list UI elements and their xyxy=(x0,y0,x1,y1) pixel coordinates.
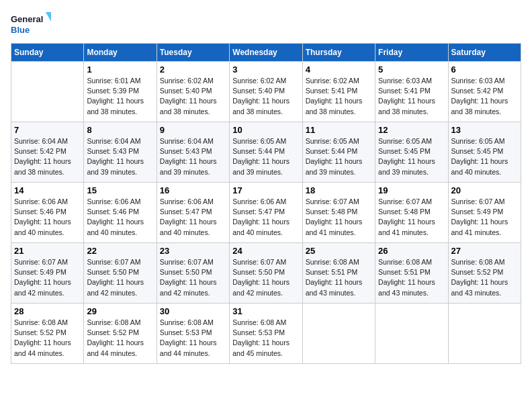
page-header: General Blue xyxy=(11,11,521,38)
calendar-cell: 24Sunrise: 6:07 AMSunset: 5:50 PMDayligh… xyxy=(230,243,302,304)
day-info: Sunrise: 6:08 AMSunset: 5:52 PMDaylight:… xyxy=(451,257,518,298)
day-number: 9 xyxy=(160,125,226,135)
day-number: 26 xyxy=(378,246,445,256)
calendar-cell: 17Sunrise: 6:06 AMSunset: 5:47 PMDayligh… xyxy=(230,183,302,243)
day-number: 13 xyxy=(451,125,518,135)
day-info: Sunrise: 6:06 AMSunset: 5:46 PMDaylight:… xyxy=(14,197,81,238)
day-info: Sunrise: 6:02 AMSunset: 5:40 PMDaylight:… xyxy=(232,76,299,117)
day-info: Sunrise: 6:07 AMSunset: 5:49 PMDaylight:… xyxy=(451,197,518,238)
calendar-cell: 26Sunrise: 6:08 AMSunset: 5:51 PMDayligh… xyxy=(375,243,448,304)
calendar-cell: 12Sunrise: 6:05 AMSunset: 5:45 PMDayligh… xyxy=(375,122,448,183)
calendar-cell: 1Sunrise: 6:01 AMSunset: 5:39 PMDaylight… xyxy=(84,62,157,122)
calendar-cell: 6Sunrise: 6:03 AMSunset: 5:42 PMDaylight… xyxy=(448,62,521,122)
logo: General Blue xyxy=(11,11,51,38)
svg-marker-2 xyxy=(46,12,51,21)
calendar-cell: 19Sunrise: 6:07 AMSunset: 5:48 PMDayligh… xyxy=(375,183,448,243)
header-tuesday: Tuesday xyxy=(157,44,229,62)
day-info: Sunrise: 6:06 AMSunset: 5:46 PMDaylight:… xyxy=(87,197,153,238)
calendar-table: SundayMondayTuesdayWednesdayThursdayFrid… xyxy=(11,43,521,364)
day-number: 11 xyxy=(306,125,372,135)
calendar-cell: 28Sunrise: 6:08 AMSunset: 5:52 PMDayligh… xyxy=(11,304,84,364)
day-info: Sunrise: 6:02 AMSunset: 5:40 PMDaylight:… xyxy=(160,76,226,117)
day-number: 21 xyxy=(14,246,81,256)
day-number: 20 xyxy=(451,185,518,195)
day-number: 2 xyxy=(160,64,226,75)
calendar-cell: 23Sunrise: 6:07 AMSunset: 5:50 PMDayligh… xyxy=(157,243,229,304)
day-number: 5 xyxy=(378,64,445,75)
day-info: Sunrise: 6:03 AMSunset: 5:41 PMDaylight:… xyxy=(378,76,445,117)
day-info: Sunrise: 6:05 AMSunset: 5:45 PMDaylight:… xyxy=(378,136,445,177)
header-monday: Monday xyxy=(84,44,157,62)
day-number: 4 xyxy=(306,64,372,75)
calendar-cell: 27Sunrise: 6:08 AMSunset: 5:52 PMDayligh… xyxy=(448,243,521,304)
day-number: 15 xyxy=(87,185,153,195)
svg-text:Blue: Blue xyxy=(11,25,30,35)
calendar-cell: 21Sunrise: 6:07 AMSunset: 5:49 PMDayligh… xyxy=(11,243,84,304)
calendar-cell: 15Sunrise: 6:06 AMSunset: 5:46 PMDayligh… xyxy=(84,183,157,243)
header-friday: Friday xyxy=(375,44,448,62)
calendar-week-2: 7Sunrise: 6:04 AMSunset: 5:42 PMDaylight… xyxy=(11,122,521,183)
day-info: Sunrise: 6:08 AMSunset: 5:52 PMDaylight:… xyxy=(14,318,81,359)
header-saturday: Saturday xyxy=(448,44,521,62)
day-info: Sunrise: 6:07 AMSunset: 5:49 PMDaylight:… xyxy=(14,257,81,298)
day-number: 30 xyxy=(160,306,226,316)
day-info: Sunrise: 6:07 AMSunset: 5:50 PMDaylight:… xyxy=(160,257,226,298)
calendar-week-1: 1Sunrise: 6:01 AMSunset: 5:39 PMDaylight… xyxy=(11,62,521,122)
day-number: 8 xyxy=(87,125,153,135)
day-number: 14 xyxy=(14,185,81,195)
day-info: Sunrise: 6:02 AMSunset: 5:41 PMDaylight:… xyxy=(306,76,372,117)
day-info: Sunrise: 6:06 AMSunset: 5:47 PMDaylight:… xyxy=(232,197,299,238)
calendar-cell: 16Sunrise: 6:06 AMSunset: 5:47 PMDayligh… xyxy=(157,183,229,243)
day-info: Sunrise: 6:05 AMSunset: 5:44 PMDaylight:… xyxy=(306,136,372,177)
calendar-cell: 30Sunrise: 6:08 AMSunset: 5:53 PMDayligh… xyxy=(157,304,229,364)
calendar-cell: 2Sunrise: 6:02 AMSunset: 5:40 PMDaylight… xyxy=(157,62,229,122)
day-number: 1 xyxy=(87,64,153,75)
day-number: 6 xyxy=(451,64,518,75)
calendar-cell: 20Sunrise: 6:07 AMSunset: 5:49 PMDayligh… xyxy=(448,183,521,243)
header-thursday: Thursday xyxy=(302,44,375,62)
day-number: 28 xyxy=(14,306,81,316)
calendar-cell: 29Sunrise: 6:08 AMSunset: 5:52 PMDayligh… xyxy=(84,304,157,364)
day-number: 3 xyxy=(232,64,299,75)
day-info: Sunrise: 6:07 AMSunset: 5:48 PMDaylight:… xyxy=(378,197,445,238)
calendar-cell xyxy=(375,304,448,364)
calendar-cell xyxy=(448,304,521,364)
day-info: Sunrise: 6:03 AMSunset: 5:42 PMDaylight:… xyxy=(451,76,518,117)
day-number: 12 xyxy=(378,125,445,135)
day-info: Sunrise: 6:05 AMSunset: 5:44 PMDaylight:… xyxy=(232,136,299,177)
logo-svg: General Blue xyxy=(11,11,51,38)
calendar-cell: 11Sunrise: 6:05 AMSunset: 5:44 PMDayligh… xyxy=(302,122,375,183)
day-number: 24 xyxy=(232,246,299,256)
day-info: Sunrise: 6:07 AMSunset: 5:50 PMDaylight:… xyxy=(232,257,299,298)
day-number: 7 xyxy=(14,125,81,135)
calendar-cell: 8Sunrise: 6:04 AMSunset: 5:43 PMDaylight… xyxy=(84,122,157,183)
calendar-cell: 10Sunrise: 6:05 AMSunset: 5:44 PMDayligh… xyxy=(230,122,302,183)
calendar-cell: 14Sunrise: 6:06 AMSunset: 5:46 PMDayligh… xyxy=(11,183,84,243)
day-number: 23 xyxy=(160,246,226,256)
day-number: 17 xyxy=(232,185,299,195)
day-info: Sunrise: 6:08 AMSunset: 5:53 PMDaylight:… xyxy=(160,318,226,359)
day-info: Sunrise: 6:04 AMSunset: 5:42 PMDaylight:… xyxy=(14,136,81,177)
calendar-cell xyxy=(302,304,375,364)
day-info: Sunrise: 6:08 AMSunset: 5:51 PMDaylight:… xyxy=(306,257,372,298)
day-number: 19 xyxy=(378,185,445,195)
calendar-cell: 31Sunrise: 6:08 AMSunset: 5:53 PMDayligh… xyxy=(230,304,302,364)
calendar-cell: 3Sunrise: 6:02 AMSunset: 5:40 PMDaylight… xyxy=(230,62,302,122)
day-info: Sunrise: 6:08 AMSunset: 5:52 PMDaylight:… xyxy=(87,318,153,359)
day-number: 18 xyxy=(306,185,372,195)
day-info: Sunrise: 6:08 AMSunset: 5:53 PMDaylight:… xyxy=(232,318,299,359)
day-number: 16 xyxy=(160,185,226,195)
day-info: Sunrise: 6:07 AMSunset: 5:50 PMDaylight:… xyxy=(87,257,153,298)
svg-text:General: General xyxy=(11,14,43,24)
calendar-cell: 18Sunrise: 6:07 AMSunset: 5:48 PMDayligh… xyxy=(302,183,375,243)
calendar-cell: 5Sunrise: 6:03 AMSunset: 5:41 PMDaylight… xyxy=(375,62,448,122)
calendar-cell: 22Sunrise: 6:07 AMSunset: 5:50 PMDayligh… xyxy=(84,243,157,304)
day-info: Sunrise: 6:04 AMSunset: 5:43 PMDaylight:… xyxy=(160,136,226,177)
calendar-week-5: 28Sunrise: 6:08 AMSunset: 5:52 PMDayligh… xyxy=(11,304,521,364)
calendar-cell: 25Sunrise: 6:08 AMSunset: 5:51 PMDayligh… xyxy=(302,243,375,304)
header-wednesday: Wednesday xyxy=(230,44,302,62)
day-number: 31 xyxy=(232,306,299,316)
day-info: Sunrise: 6:06 AMSunset: 5:47 PMDaylight:… xyxy=(160,197,226,238)
day-info: Sunrise: 6:05 AMSunset: 5:45 PMDaylight:… xyxy=(451,136,518,177)
day-number: 27 xyxy=(451,246,518,256)
